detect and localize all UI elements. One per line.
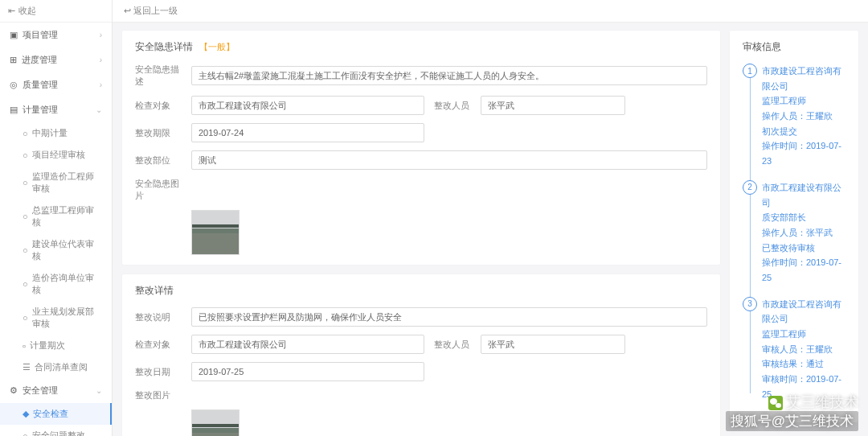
topbar: ↩ 返回上一级 xyxy=(113,0,868,23)
sidebar-item-measure[interactable]: ▤计量管理 ⌄ xyxy=(0,97,112,122)
deadline-label: 整改期限 xyxy=(135,127,183,139)
search-icon: ○ xyxy=(23,178,28,187)
target-input[interactable] xyxy=(191,96,424,115)
step-operator: 操作人员：张平武 xyxy=(762,225,845,241)
audit-step-3: 3 市政建设工程咨询有限公司 监理工程师 审核人员：王耀欣 审核结果：通过 审核… xyxy=(762,297,845,402)
step-number-icon: 1 xyxy=(743,64,757,78)
watermark-wechat: 艾三维技术 xyxy=(768,393,858,412)
collapse-icon: ⇤ xyxy=(8,6,15,16)
audit-step-2: 2 市政工程建设有限公司 质安部部长 操作人员：张平武 已整改待审核 操作时间：… xyxy=(762,180,845,286)
collapse-label: 收起 xyxy=(18,5,36,17)
severity-tag: 【一般】 xyxy=(199,41,235,53)
rectify-person-label: 整改人员 xyxy=(432,339,473,351)
submenu-cost-consult[interactable]: ○造价咨询单位审核 xyxy=(0,267,112,301)
person-label: 整改人员 xyxy=(432,100,473,112)
step-number-icon: 2 xyxy=(743,180,757,195)
desc-input[interactable] xyxy=(191,66,707,85)
deadline-input[interactable] xyxy=(191,123,424,142)
step-result: 审核结果：通过 xyxy=(762,356,845,372)
chevron-right-icon: › xyxy=(100,31,102,39)
step-number-icon: 3 xyxy=(743,297,757,311)
rectify-desc-input[interactable] xyxy=(191,307,707,327)
step-time: 操作时间：2019-07-25 xyxy=(762,255,845,285)
step-role: 监理工程师 xyxy=(762,327,845,342)
watermark-sohu: 搜狐号@艾三维技术 xyxy=(726,411,858,431)
sidebar-item-safety[interactable]: ⚙安全管理 ⌄ xyxy=(0,378,112,403)
search-icon: ○ xyxy=(23,129,28,138)
search-icon: ○ xyxy=(23,150,28,160)
shield-icon: ◆ xyxy=(23,409,29,419)
chevron-down-icon: ⌄ xyxy=(96,105,102,114)
rectify-panel: 整改详情 整改说明 检查对象 整改人员 整改日期 xyxy=(122,274,720,436)
list-icon: ☰ xyxy=(23,362,31,372)
audit-title: 审核信息 xyxy=(743,40,845,54)
project-icon: ▣ xyxy=(10,30,18,40)
step-org: 市政工程建设有限公司 xyxy=(762,180,845,210)
back-button[interactable]: ↩ 返回上一级 xyxy=(124,5,178,17)
search-icon: ○ xyxy=(23,313,28,323)
doc-icon: ▫ xyxy=(23,341,26,351)
hazard-image-label: 安全隐患图片 xyxy=(135,178,183,202)
hazard-title: 安全隐患详情 【一般】 xyxy=(135,40,707,54)
step-org: 市政建设工程咨询有限公司 xyxy=(762,297,845,327)
chevron-right-icon: › xyxy=(100,80,102,89)
submenu-safety-rectify[interactable]: ○安全问题整改 xyxy=(0,425,112,436)
audit-step-1: 1 市政建设工程咨询有限公司 监理工程师 操作人员：王耀欣 初次提交 操作时间：… xyxy=(762,64,845,169)
progress-icon: ⊞ xyxy=(10,55,17,65)
step-role: 质安部部长 xyxy=(762,210,845,225)
submenu-midterm[interactable]: ○中期计量 xyxy=(0,122,112,144)
search-icon: ○ xyxy=(23,212,28,221)
position-label: 整改部位 xyxy=(135,154,183,167)
submenu-supervisor-cost[interactable]: ○监理造价工程师审核 xyxy=(0,166,112,199)
quality-icon: ◎ xyxy=(10,80,18,90)
submenu-owner-plan[interactable]: ○业主规划发展部审核 xyxy=(0,301,112,335)
measure-icon: ▤ xyxy=(10,105,18,115)
hazard-image-thumb[interactable] xyxy=(191,210,240,255)
main-content: ↩ 返回上一级 安全隐患详情 【一般】 安全隐患描述 检查对象 xyxy=(113,0,868,436)
audit-panel: 审核信息 1 市政建设工程咨询有限公司 监理工程师 操作人员：王耀欣 初次提交 … xyxy=(730,31,858,422)
search-icon: ○ xyxy=(23,279,28,289)
rectify-date-label: 整改日期 xyxy=(135,366,183,378)
step-role: 监理工程师 xyxy=(762,93,845,109)
audit-timeline: 1 市政建设工程咨询有限公司 监理工程师 操作人员：王耀欣 初次提交 操作时间：… xyxy=(743,64,845,401)
rectify-target-label: 检查对象 xyxy=(135,339,183,351)
rectify-title: 整改详情 xyxy=(135,284,707,298)
step-status: 初次提交 xyxy=(762,124,845,139)
rectify-image-thumb[interactable] xyxy=(191,409,240,436)
search-icon: ○ xyxy=(23,245,28,255)
sidebar-collapse[interactable]: ⇤ 收起 xyxy=(0,0,112,23)
rectify-date-input[interactable] xyxy=(191,362,424,381)
desc-label: 安全隐患描述 xyxy=(135,64,183,88)
submenu-safety-check[interactable]: ◆安全检查 xyxy=(0,403,112,425)
rectify-target-input[interactable] xyxy=(191,335,424,354)
step-status: 已整改待审核 xyxy=(762,241,845,256)
rectify-desc-label: 整改说明 xyxy=(135,311,183,323)
submenu-owner-rep[interactable]: ○建设单位代表审核 xyxy=(0,233,112,267)
submenu-contract-list[interactable]: ☰合同清单查阅 xyxy=(0,356,112,378)
submenu-chief-supervisor[interactable]: ○总监理工程师审核 xyxy=(0,199,112,233)
step-operator: 审核人员：王耀欣 xyxy=(762,342,845,357)
chevron-right-icon: › xyxy=(100,56,102,64)
position-input[interactable] xyxy=(191,150,707,170)
sidebar-item-project[interactable]: ▣项目管理 › xyxy=(0,23,112,47)
chevron-down-icon: ⌄ xyxy=(96,386,102,395)
sidebar: ⇤ 收起 ▣项目管理 › ⊞进度管理 › ◎质量管理 › ▤计量管理 ⌄ ○中期… xyxy=(0,0,113,436)
rectify-person-input[interactable] xyxy=(481,335,625,354)
hazard-detail-panel: 安全隐患详情 【一般】 安全隐患描述 检查对象 整改人员 整改期限 xyxy=(122,31,720,265)
person-input[interactable] xyxy=(481,96,625,115)
step-org: 市政建设工程咨询有限公司 xyxy=(762,64,845,93)
step-time: 操作时间：2019-07-23 xyxy=(762,138,845,168)
sidebar-item-progress[interactable]: ⊞进度管理 › xyxy=(0,47,112,72)
target-label: 检查对象 xyxy=(135,100,183,112)
wechat-icon xyxy=(768,396,783,410)
step-operator: 操作人员：王耀欣 xyxy=(762,109,845,124)
safety-icon: ⚙ xyxy=(10,385,18,396)
circle-icon: ○ xyxy=(23,431,28,437)
rectify-image-label: 整改图片 xyxy=(135,389,183,401)
submenu-measure-period[interactable]: ▫计量期次 xyxy=(0,335,112,356)
submenu-pm-audit[interactable]: ○项目经理审核 xyxy=(0,144,112,166)
sidebar-item-quality[interactable]: ◎质量管理 › xyxy=(0,72,112,97)
